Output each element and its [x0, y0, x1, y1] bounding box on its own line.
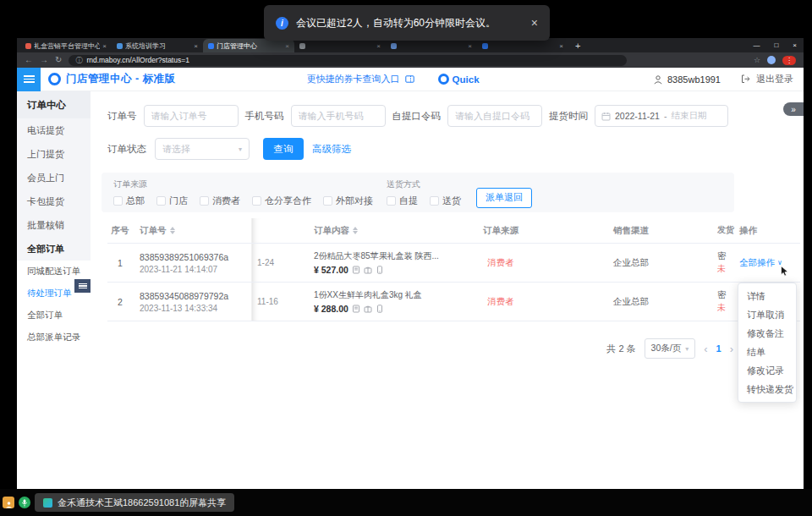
- pickup-date-range[interactable]: 2022-11-21 - 结束日期: [595, 105, 728, 127]
- filter-row-1: 订单号 手机号码 自提口令码 提货时间 2022-11-21 - 结束日期: [107, 105, 728, 127]
- address-bar[interactable]: ⓘ rnd.maboy.cn/AllOrder?status=1: [69, 55, 627, 66]
- browser-tab-active[interactable]: 门店管理中心 ×: [203, 39, 294, 52]
- sidebar-item-card-pickup[interactable]: 卡包提货: [17, 189, 91, 213]
- checkbox: [430, 196, 439, 206]
- sort-icon[interactable]: [353, 227, 358, 234]
- order-content-cell: 2份精品大枣85苹果礼盒装 陕西... ¥ 527.00: [314, 250, 466, 275]
- menu-item-close-order[interactable]: 结单: [738, 343, 796, 361]
- sidebar-item-phone-pickup[interactable]: 电话提货: [17, 118, 91, 142]
- menu-item-to-express[interactable]: 转快递发货: [738, 380, 796, 398]
- order-no-input[interactable]: [144, 105, 239, 127]
- window-minimize-button[interactable]: —: [753, 41, 760, 49]
- screen-share-text: 金禾通技术王斌18662591081的屏幕共享: [58, 497, 226, 509]
- phone-input[interactable]: [291, 105, 386, 127]
- header-quick-links: 更快捷的券卡查询入口 Quick: [307, 73, 480, 85]
- tab-close-icon[interactable]: ×: [559, 42, 563, 50]
- order-price: ¥ 288.00: [314, 304, 348, 314]
- logout-button[interactable]: 退出登录: [756, 73, 793, 85]
- menu-item-cancel-order[interactable]: 订单取消: [738, 305, 796, 324]
- toast-message: 会议已超过2人，自动转为60分钟限时会议。: [296, 16, 496, 30]
- tab-close-icon[interactable]: ×: [468, 42, 472, 50]
- checkbox: [323, 196, 332, 206]
- current-page[interactable]: 1: [716, 343, 721, 354]
- row-actions-dropdown[interactable]: 全部操作 ∨: [739, 257, 782, 269]
- menu-item-edit-history[interactable]: 修改记录: [738, 361, 796, 380]
- sort-icon[interactable]: [170, 227, 175, 234]
- page-size-select[interactable]: 30条/页 ▾: [645, 338, 696, 359]
- menu-toggle-button[interactable]: [17, 68, 41, 91]
- tab-title: 系统培训学习: [125, 41, 191, 51]
- checkbox-option-store[interactable]: 门店: [156, 195, 188, 207]
- panel-collapse-button[interactable]: »: [783, 102, 804, 116]
- browser-tab[interactable]: 系统培训学习 ×: [112, 39, 203, 52]
- order-no-label: 订单号: [107, 110, 137, 123]
- browser-tab[interactable]: 礼盒营销平台管理中心 ×: [20, 39, 112, 52]
- sidebar-item-member-visit[interactable]: 会员上门: [17, 166, 91, 189]
- forward-button[interactable]: →: [40, 56, 48, 64]
- tab-favicon: [391, 43, 397, 49]
- coupon-icon: [405, 75, 414, 83]
- profile-avatar[interactable]: [767, 56, 776, 64]
- quick-search-link[interactable]: Quick: [438, 74, 480, 85]
- price-row: ¥ 288.00: [314, 304, 466, 314]
- sidebar-collapse-button[interactable]: [74, 279, 91, 293]
- tab-close-icon[interactable]: ×: [376, 42, 381, 50]
- order-content-cell: 1份XX生鲜羊肉礼盒3kg 礼盒 ¥ 288.00: [314, 289, 466, 314]
- shipping-cell: 密 未: [717, 250, 736, 275]
- browser-tab[interactable]: ×: [477, 39, 568, 52]
- window-maximize-button[interactable]: □: [774, 41, 778, 49]
- back-button[interactable]: ←: [25, 56, 33, 64]
- menu-item-edit-remark[interactable]: 修改备注: [738, 324, 796, 343]
- order-source-panel: 订单来源 总部 门店 消费者 仓分享合作 外部对接 送货方式 自提 送货: [102, 173, 734, 212]
- browser-menu-button[interactable]: ⋮: [782, 56, 796, 65]
- sidebar-group-all-orders[interactable]: 全部订单: [17, 237, 91, 261]
- tab-close-icon[interactable]: ×: [285, 42, 289, 50]
- next-page-button[interactable]: ›: [730, 343, 733, 355]
- shipping-cell: 密 未: [717, 289, 736, 314]
- prev-page-button[interactable]: ‹: [704, 343, 707, 355]
- screen-share-bar: 金禾通技术王斌18662591081的屏幕共享: [0, 489, 812, 516]
- search-button[interactable]: 查询: [263, 138, 304, 160]
- sidebar-section-order-center[interactable]: 订单中心: [17, 91, 91, 118]
- site-info-icon[interactable]: ⓘ: [75, 56, 82, 65]
- app-header: 门店管理中心 - 标准版 更快捷的券卡查询入口 Quick 8385wb1991…: [17, 68, 804, 91]
- checkbox-option-delivery[interactable]: 送货: [430, 195, 461, 207]
- sidebar: 订单中心 电话提货 上门提货 会员上门 卡包提货 批量核销 全部订单 同城配送订…: [17, 91, 91, 489]
- sidebar-item-door-pickup[interactable]: 上门提货: [17, 142, 91, 166]
- browser-tab[interactable]: ×: [386, 39, 477, 52]
- price-row: ¥ 527.00: [314, 265, 466, 275]
- pickup-code-label: 自提口令码: [392, 110, 442, 123]
- checkbox-option-consumer[interactable]: 消费者: [200, 195, 240, 207]
- workspace: 订单中心 电话提货 上门提货 会员上门 卡包提货 批量核销 全部订单 同城配送订…: [17, 91, 804, 489]
- checkbox-option-hq[interactable]: 总部: [113, 195, 145, 207]
- toast-close-icon[interactable]: ×: [531, 16, 538, 30]
- order-time: 2023-11-13 14:33:34: [140, 304, 251, 313]
- browser-tab[interactable]: ×: [294, 39, 386, 52]
- shipping-line-2: 未: [717, 263, 736, 276]
- dispatch-return-button[interactable]: 派单退回: [476, 188, 532, 208]
- advanced-filter-link[interactable]: 高级筛选: [312, 143, 351, 156]
- pickup-time-clipped: 1-24: [251, 244, 314, 282]
- sidebar-subitem-all-orders[interactable]: 全部订单: [17, 305, 91, 327]
- sidebar-item-batch-writeoff[interactable]: 批量核销: [17, 213, 91, 237]
- order-source-cell: 消费者: [466, 296, 535, 308]
- tab-close-icon[interactable]: ×: [194, 42, 198, 50]
- window-close-button[interactable]: ×: [793, 41, 797, 49]
- username[interactable]: 8385wb1991: [667, 74, 721, 85]
- bookmark-star-icon[interactable]: ☆: [754, 56, 760, 64]
- new-tab-button[interactable]: +: [575, 41, 580, 51]
- reload-button[interactable]: ↻: [55, 56, 62, 64]
- date-start-value: 2022-11-21: [615, 111, 660, 121]
- sidebar-subitem-hq-dispatch-log[interactable]: 总部派单记录: [17, 327, 91, 349]
- checkbox-option-self-pickup[interactable]: 自提: [387, 195, 418, 207]
- coupon-entry-link[interactable]: 更快捷的券卡查询入口: [307, 73, 400, 85]
- pickup-code-input[interactable]: [447, 105, 542, 127]
- checkbox-option-external[interactable]: 外部对接: [323, 195, 373, 207]
- tab-close-icon[interactable]: ×: [102, 42, 107, 50]
- order-status-select[interactable]: 请选择 ▾: [155, 138, 250, 160]
- checkbox-option-warehouse-share[interactable]: 仓分享合作: [252, 195, 311, 207]
- menu-item-details[interactable]: 详情: [738, 287, 796, 305]
- order-status-label: 订单状态: [107, 143, 146, 156]
- shipping-line-1: 密: [717, 289, 736, 302]
- user-icon: [653, 74, 663, 85]
